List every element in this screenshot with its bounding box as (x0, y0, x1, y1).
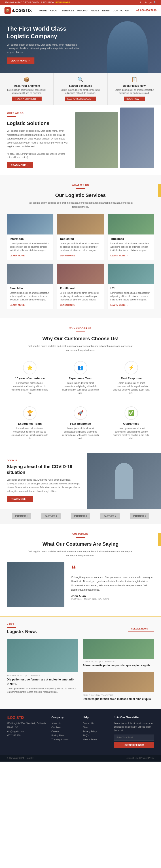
book-icon: 📋 (111, 77, 158, 83)
hero-cta-button[interactable]: LEARN MORE → (7, 57, 34, 64)
covid-read-more[interactable]: READ MORE → (7, 496, 33, 502)
track-button[interactable]: TRACK A SHIPMENT → (12, 97, 41, 101)
footer-link-about[interactable]: About Us (52, 721, 78, 725)
partners-section: PARTNER 1 PARTNER 2 PARTNER 3 PARTNER 4 … (0, 509, 161, 524)
nav-home[interactable]: HOME (39, 9, 47, 12)
footer-newsletter-desc: Lorem ipsum dolor sit amet consectetur a… (114, 721, 154, 732)
ltl-desc: Lorem ipsum dolor sit amet consectetur a… (110, 291, 151, 301)
partner-4[interactable]: PARTNER 4 (100, 513, 120, 519)
search-desc: Lorem ipsum dolor sit amet consectetur a… (57, 89, 104, 95)
news-main-title[interactable]: Dis pellentesque fermen arcut molestie a… (7, 678, 78, 686)
solutions-title: Logistic Solutions (7, 121, 70, 126)
track-title: Track Your Shipment (3, 84, 50, 87)
why-fast-title: Fast Response (111, 377, 151, 380)
partner-5[interactable]: PARTNER 5 (130, 513, 149, 519)
finalmile-link[interactable]: LEARN MORE → (10, 304, 28, 306)
track-icon: 📦 (3, 77, 50, 83)
book-title: Book Pickup Now (111, 84, 158, 87)
hero-title: The First World Class Logistic Company (7, 25, 87, 40)
facebook-icon[interactable]: f (140, 1, 141, 4)
partner-3[interactable]: PARTNER 3 (71, 513, 90, 519)
newsletter-email-input[interactable] (114, 735, 154, 741)
intermodal-link[interactable]: LEARN MORE → (10, 254, 28, 257)
covid-title: Staying ahead of the COVID-19 situation (7, 464, 80, 475)
solutions-img-worker2 (120, 107, 154, 168)
solutions-label: WHAT WE DO (7, 112, 70, 115)
footer-help-contact[interactable]: Contact Us (83, 721, 109, 725)
news-grid: JANUARY 28, 2021 | BY TRANSPORT Dis pell… (7, 639, 154, 703)
truckload-link[interactable]: LEARN MORE → (110, 254, 128, 257)
experience-years-icon: ⭐ (23, 361, 36, 374)
search-button[interactable]: SEARCH SCHEDULES → (65, 97, 96, 101)
why-guarantees-desc: Lorem ipsum dolor sit amet consectetur a… (111, 427, 151, 440)
truckload-image (108, 214, 154, 235)
footer-help-about[interactable]: About (83, 725, 109, 730)
logo[interactable]: 📦 iLOGISTIX (4, 7, 32, 13)
footer-link-team[interactable]: Our Team (52, 725, 78, 730)
service-card-track: 📦 Track Your Shipment Lorem ipsum dolor … (0, 73, 54, 105)
fulfillment-link[interactable]: LEARN MORE → (60, 304, 78, 306)
ltl-link[interactable]: LEARN MORE → (110, 304, 128, 306)
partner-1[interactable]: PARTNER 1 (12, 513, 31, 519)
footer-help-faq[interactable]: FAQ's (83, 734, 109, 738)
search-title: Search Schedules (57, 84, 104, 87)
news-title-3[interactable]: Pellentesque fermen arcut molestie amet … (83, 697, 154, 701)
hero-section: The First World Class Logistic Company V… (0, 16, 161, 73)
why-experience-desc: Lorem ipsum dolor sit amet consectetur a… (10, 381, 50, 395)
newsletter-subscribe-button[interactable]: SUBSCRIBE NOW (114, 742, 154, 748)
testimonials-header: CUSTOMERS What Our Costumers Are Saying … (7, 533, 154, 558)
nav-pages[interactable]: PAGES (91, 9, 99, 12)
fulfillment-content: Fulfillment Lorem ipsum dolor sit amet c… (57, 284, 103, 309)
nav-about[interactable]: ABOUT (50, 9, 59, 12)
footer-link-careers[interactable]: Careers (52, 730, 78, 734)
dedicated-link[interactable]: LEARN MORE → (60, 254, 78, 257)
intermodal-title: Intermodal (10, 237, 51, 241)
footer-link-tracking[interactable]: Tracking Account (52, 738, 78, 742)
service-item-dedicated: Dedicated Lorem ipsum dolor sit amet con… (57, 214, 104, 260)
news-items-secondary: MARCH 14, 2021 | BY TRANSPORT Bliusc mol… (83, 639, 154, 703)
why-experience-title: 10 year of experience (10, 377, 50, 380)
book-button[interactable]: BOOK NOW → (124, 97, 145, 101)
covid-worker-silhouette (87, 453, 161, 509)
solutions-extra: Ac arcu, sed. Lorem vulputate vitae feug… (7, 152, 70, 159)
footer-link-pricing[interactable]: Pricing Plans (52, 734, 78, 738)
services-title: Our Logistic Services (7, 192, 154, 198)
dedicated-content: Dedicated Lorem ipsum dolor sit amet con… (57, 235, 103, 260)
footer-terms[interactable]: Terms of Use | Privacy Policy (125, 757, 154, 760)
service-cards-row: 📦 Track Your Shipment Lorem ipsum dolor … (0, 73, 161, 105)
service-item-fulfillment: Fulfillment Lorem ipsum dolor sit amet c… (57, 264, 104, 309)
footer-help-privacy[interactable]: Privacy Policy (83, 730, 109, 734)
see-all-news-button[interactable]: SEE ALL NEWS → (128, 626, 154, 631)
phone-number[interactable]: +1 800 456 7890 (136, 9, 157, 12)
linkedin-icon[interactable]: in (145, 1, 147, 4)
solutions-divider (7, 116, 15, 117)
why-team2-desc: Lorem ipsum dolor sit amet consectetur a… (10, 427, 50, 440)
testimonials-section: CUSTOMERS What Our Costumers Are Saying … (0, 524, 161, 616)
footer-phone: +27 1345 330 (7, 734, 47, 738)
search-icon[interactable]: 🔍 (153, 1, 157, 4)
hero-person-image (107, 21, 148, 73)
solutions-read-more[interactable]: READ MORE → (7, 162, 33, 168)
partner-2[interactable]: PARTNER 2 (41, 513, 61, 519)
solutions-text: WHAT WE DO Logistic Solutions Vel sagitt… (7, 112, 70, 168)
track-desc: Lorem ipsum dolor sit amet consectetur a… (3, 89, 50, 95)
twitter-icon[interactable]: t (143, 1, 143, 4)
nav-services[interactable]: SERVICES (62, 9, 74, 12)
why-fast2-title: Fast Response (61, 422, 100, 425)
nav-pricing[interactable]: PRICING (77, 9, 88, 12)
dedicated-title: Dedicated (60, 237, 101, 241)
news-item-2: MARCH 14, 2021 | BY TRANSPORT Bliusc mol… (83, 639, 154, 669)
learn-more-link[interactable]: LEARN MORE → (55, 1, 73, 4)
fulfillment-image (57, 264, 103, 284)
yellow-accent-services (158, 184, 161, 197)
testimonial-content: ❝ Vel sagittis quam sodales sed. Erat po… (7, 562, 154, 607)
nav-news[interactable]: NEWS (102, 9, 109, 12)
footer-help-return[interactable]: Make a Return (83, 738, 109, 742)
nav-contact[interactable]: CONTACT US (113, 9, 129, 12)
quote-icon: ❝ (71, 564, 154, 574)
news-title-2[interactable]: Bliusc molestie proin tempor tristique s… (83, 664, 154, 668)
ltl-title: LTL (110, 286, 151, 290)
why-team2-title: Experience Team (10, 422, 50, 425)
footer-newsletter-heading: Join Our Newsletter (114, 716, 154, 719)
google-plus-icon[interactable]: g+ (149, 1, 152, 4)
